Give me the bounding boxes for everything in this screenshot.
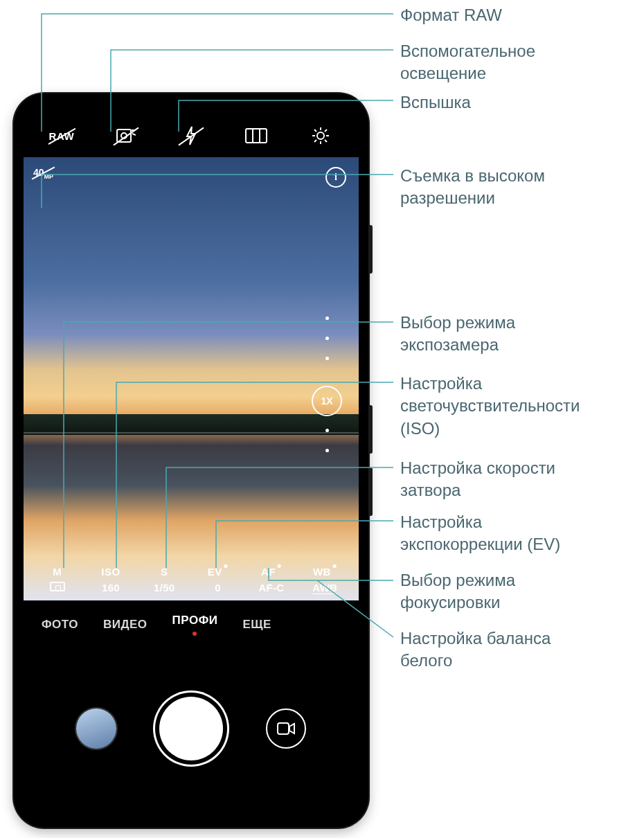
param-shutter[interactable]: S 1/50 [144, 566, 184, 594]
param-ev[interactable]: EV• 0 [198, 566, 238, 594]
callout-focus: Выбор режима фокусировки [400, 569, 515, 614]
param-focus[interactable]: AF• AF-C [251, 566, 292, 594]
camera-mode-strip[interactable]: ФОТО ВИДЕО ПРОФИ ЕЩЕ [24, 600, 359, 649]
svg-rect-0 [117, 130, 131, 142]
hires-toggle[interactable]: 40MP [33, 167, 53, 180]
settings-button[interactable] [307, 122, 334, 150]
phone-screen: RAW [24, 105, 359, 815]
mode-photo[interactable]: ФОТО [42, 618, 78, 632]
camera-viewfinder[interactable]: 40MP i 1X M ISO [24, 157, 359, 600]
zoom-scale-lower [325, 429, 329, 452]
aux-light-icon [116, 127, 136, 144]
zoom-scale [325, 317, 329, 360]
mode-video[interactable]: ВИДЕО [103, 618, 147, 632]
shutter-button[interactable] [159, 697, 223, 760]
callout-ev: Настройка экспокоррекции (EV) [400, 511, 560, 556]
param-metering[interactable]: M [37, 566, 78, 594]
gear-icon [311, 126, 330, 145]
phone-frame: RAW [14, 93, 368, 828]
info-icon: i [334, 172, 337, 183]
svg-point-7 [317, 132, 324, 139]
camera-bottom-controls [24, 649, 359, 815]
aspect-ratio-button[interactable] [242, 122, 270, 150]
zoom-indicator[interactable]: 1X [312, 386, 342, 416]
camera-top-toolbar: RAW [24, 105, 359, 157]
callout-shutter: Настройка скорости затвора [400, 457, 555, 502]
svg-line-3 [132, 134, 136, 135]
zoom-value: 1X [321, 395, 332, 407]
gallery-thumbnail[interactable] [76, 708, 116, 749]
switch-to-video-button[interactable] [266, 708, 306, 749]
aspect-icon [245, 128, 267, 143]
mode-pro[interactable]: ПРОФИ [172, 614, 218, 636]
aux-light-toggle[interactable] [112, 122, 140, 150]
param-iso[interactable]: ISO 160 [91, 566, 131, 594]
callout-wb: Настройка баланса белого [400, 627, 551, 672]
raw-toggle[interactable]: RAW [48, 122, 75, 150]
active-mode-indicator [193, 632, 197, 636]
callout-metering: Выбор режима экспозамера [400, 312, 515, 357]
callout-flash: Вспышка [400, 91, 471, 114]
flash-toggle[interactable] [177, 122, 205, 150]
video-icon [277, 722, 295, 735]
svg-rect-4 [246, 129, 267, 143]
param-wb[interactable]: WB• AWB [305, 566, 345, 594]
callout-auxlight: Вспомогательное освещение [400, 40, 535, 85]
callout-hires: Съемка в высоком разрешении [400, 165, 545, 210]
pro-params-row: M ISO 160 S 1/50 EV• 0 AF• AF-C [24, 566, 359, 594]
callout-raw: Формат RAW [400, 4, 502, 26]
info-button[interactable]: i [325, 167, 346, 188]
svg-rect-8 [278, 723, 289, 734]
callout-iso: Настройка светочувствительности (ISO) [400, 373, 580, 440]
flash-icon [185, 126, 197, 145]
metering-icon [50, 582, 65, 591]
mode-more[interactable]: ЕЩЕ [242, 618, 271, 632]
raw-icon: RAW [49, 131, 75, 141]
svg-point-1 [121, 133, 127, 139]
hires-icon: 40MP [33, 167, 53, 178]
